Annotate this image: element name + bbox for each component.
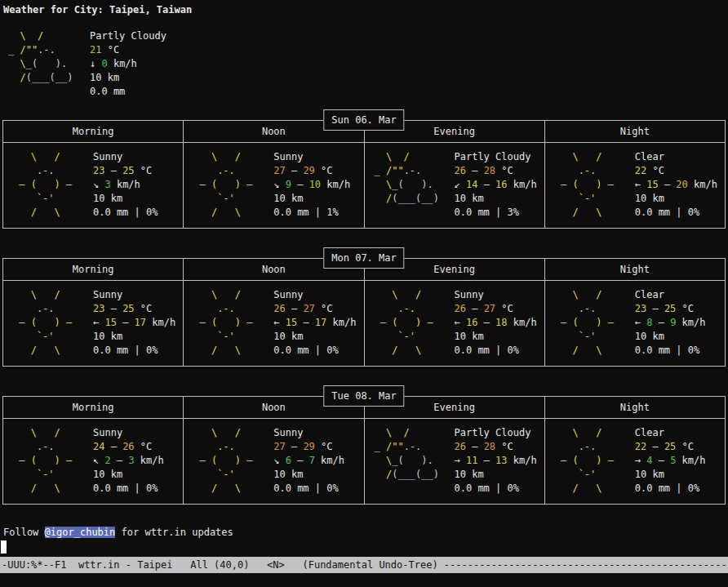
text-segment: 18 (495, 317, 507, 328)
date-box: Tue 08. Mar (323, 385, 404, 407)
art-line: `-' (555, 468, 630, 482)
text-segment: 25 (664, 303, 676, 314)
text-segment: 26 (455, 441, 466, 452)
text-segment: 27 (273, 441, 285, 452)
art-line: ‒ ( ) ‒ (555, 178, 630, 192)
text-segment: – (286, 165, 304, 176)
art-line: _ /"".-. (8, 43, 90, 57)
condition-text: Partly Cloudy (455, 426, 537, 440)
current-temperature-text: 21 °C (90, 43, 166, 57)
text-segment: 20 (676, 179, 687, 190)
art-line: ‒ ( ) ‒ (555, 316, 630, 330)
date-label: Mon 07. Mar (331, 251, 396, 265)
weather-cell-night: \ / .-. ‒ ( ) ‒ `-' / \ Clear 23 – 25 °C… (544, 281, 725, 366)
text-segment: 3 (104, 179, 110, 190)
text-segment: – (652, 455, 670, 466)
period-header-label: Noon (262, 125, 286, 139)
weather-cell-night: \ / .-. ‒ ( ) ‒ `-' / \ Clear 22 – 25 °C… (544, 419, 725, 504)
text-segment: 16 (466, 317, 477, 328)
text-segment: 13 (495, 455, 507, 466)
weather-art-icon: \ / .-. ‒ ( ) ‒ `-' / \ (13, 150, 88, 220)
date-label: Tue 08. Mar (331, 389, 396, 403)
text-segment: 15 (286, 317, 297, 328)
date-box: Sun 06. Mar (323, 109, 404, 131)
art-line: / \ (13, 206, 88, 220)
text-segment: 15 (646, 179, 658, 190)
text-segment: km/h (146, 317, 175, 328)
weather-cell-info: Sunny 23 – 25 °C ↘ 3 km/h 10 km 0.0 mm |… (93, 150, 158, 220)
text-segment: °C (315, 303, 333, 314)
art-line: \ / (555, 150, 630, 164)
forecast-day-section: Mon 07. Mar Morning Noon Evening Night (2, 258, 726, 367)
condition-text: Sunny (93, 288, 175, 302)
weather-art-icon: \ / .-. ‒ ( ) ‒ `-' / \ (555, 426, 630, 496)
art-line: \ / (193, 288, 269, 302)
text-segment: 29 (303, 165, 314, 176)
precipitation-text: 0.0 mm | 0% (455, 482, 537, 496)
text-segment: 29 (303, 441, 314, 452)
weather-art-icon: \ / .-. ‒ ( ) ‒ `-' / \ (193, 426, 269, 496)
weather-art-icon: \ / .-. ‒ ( ) ‒ `-' / \ (555, 288, 630, 358)
weather-cell-info: Sunny 26 – 27 °C ← 16 – 18 km/h 10 km 0.… (455, 288, 537, 358)
condition-text: Sunny (273, 426, 344, 440)
text-segment: km/h (508, 455, 537, 466)
art-line: ‒ ( ) ‒ (13, 316, 88, 330)
condition-text: Clear (635, 288, 706, 302)
precipitation-text: 0.0 mm | 0% (635, 206, 717, 220)
weather-cell-info: Partly Cloudy 26 – 28 °C ↙ 14 – 16 km/h … (455, 150, 537, 220)
forecast-table-body: \ / .-. ‒ ( ) ‒ `-' / \ Sunny 23 – 25 °C… (3, 143, 725, 228)
wind-text: ↙ 14 – 16 km/h (455, 178, 537, 192)
visibility-text: 10 km (635, 330, 706, 344)
period-header-label: Night (620, 125, 650, 139)
temperature-text: 27 – 29 °C (273, 440, 344, 454)
art-line: `-' (193, 330, 269, 344)
visibility-text: 10 km (635, 468, 706, 482)
text-segment: 25 (664, 441, 676, 452)
text-segment: km/h (321, 179, 350, 190)
text-segment: km/h (676, 455, 705, 466)
current-weather-partly-cloudy-icon: \ /_ /"".-. \_( ). /(___(__) (8, 29, 90, 99)
text-segment: 22 (635, 441, 646, 452)
weather-cell-evening: \ /_ /"".-. \_( ). /(___(__) Partly Clou… (364, 419, 544, 504)
art-line: .-. (555, 164, 630, 178)
art-line: ‒ ( ) ‒ (375, 316, 450, 330)
art-line: \ / (555, 426, 630, 440)
precipitation-text: 0.0 mm | 0% (273, 344, 356, 358)
text-segment: → (635, 455, 646, 466)
wind-text: ← 16 – 18 km/h (455, 316, 537, 330)
footer-text-after: for wttr.in updates (115, 527, 233, 538)
current-conditions-block: \ /_ /"".-. \_( ). /(___(__) Partly Clou… (8, 29, 728, 99)
forecast-table-body: \ / .-. ‒ ( ) ‒ `-' / \ Sunny 23 – 25 °C… (3, 281, 725, 366)
text-segment: – (477, 455, 495, 466)
current-conditions-info: Partly Cloudy 21 °C ↓ 0 km/h 10 km 0.0 m… (90, 29, 166, 99)
visibility-text: 10 km (93, 192, 158, 206)
text-segment: ↘ (273, 455, 285, 466)
text-segment: 26 (455, 303, 466, 314)
visibility-text: 10 km (455, 330, 537, 344)
art-line: .-. (555, 302, 630, 316)
text-segment: – (659, 179, 677, 190)
text-segment: km/h (508, 317, 537, 328)
forecast-table: Morning Noon Evening Night \ / .-. ‒ ( (2, 396, 726, 505)
period-header-label: Evening (433, 125, 475, 139)
text-segment: 17 (315, 317, 326, 328)
temperature-text: 27 – 29 °C (273, 164, 350, 178)
period-header-label: Morning (73, 125, 114, 139)
text-segment: 15 (104, 317, 116, 328)
condition-text: Sunny (93, 426, 164, 440)
precipitation-text: 0.0 mm | 0% (93, 344, 175, 358)
weather-art-icon: \ / .-. ‒ ( ) ‒ `-' / \ (13, 426, 88, 496)
period-header-morning: Morning (3, 121, 183, 142)
text-segment: – (104, 303, 122, 314)
text-segment: ↓ (90, 58, 101, 69)
text-segment: 23 (93, 165, 104, 176)
text-segment: km/h (108, 58, 137, 69)
weather-cell-morning: \ / .-. ‒ ( ) ‒ `-' / \ Sunny 23 – 25 °C… (3, 281, 183, 366)
condition-text: Clear (635, 426, 706, 440)
weather-cell-noon: \ / .-. ‒ ( ) ‒ `-' / \ Sunny 27 – 29 °C… (183, 143, 363, 228)
text-segment: – (466, 165, 484, 176)
twitter-handle-link[interactable]: @igor_chubin (45, 527, 116, 538)
art-line: /(___(__) (375, 468, 450, 482)
text-segment: 26 (273, 303, 285, 314)
temperature-text: 23 – 25 °C (93, 302, 175, 316)
